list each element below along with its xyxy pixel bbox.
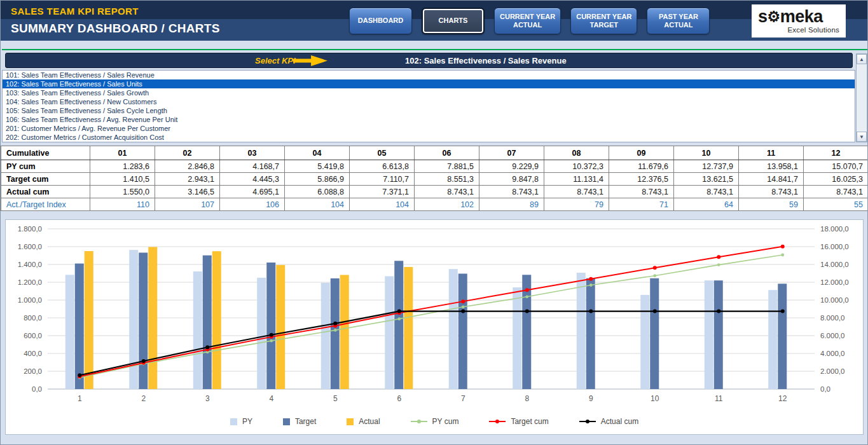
table-cell: 8.743,1 — [415, 186, 479, 198]
legend-label: Target cum — [511, 417, 548, 426]
table-cell: 14.841,7 — [739, 173, 804, 186]
svg-text:2: 2 — [141, 394, 146, 403]
column-header: 12 — [804, 146, 868, 160]
nav-button-charts[interactable]: CHARTS — [422, 8, 485, 34]
nav-button-current-year-actual[interactable]: CURRENT YEAR ACTUAL — [494, 8, 561, 34]
svg-text:12.000,0: 12.000,0 — [820, 278, 849, 286]
kpi-option[interactable]: 105: Sales Team Effectiveness / Sales Cy… — [3, 106, 855, 115]
table-row: Actual cum1.550,03.146,54.695,16.088,87.… — [1, 186, 868, 198]
svg-text:1.800,0: 1.800,0 — [18, 225, 42, 233]
table-cell: 9.229,9 — [479, 160, 544, 173]
svg-text:1.600,0: 1.600,0 — [18, 243, 42, 250]
table-cell: 9.847,8 — [479, 173, 544, 186]
table-cell: 79 — [544, 198, 609, 211]
arrow-right-icon — [293, 55, 327, 66]
table-cell: 55 — [804, 198, 868, 211]
nav-button-past-year-actual[interactable]: PAST YEAR ACTUAL — [647, 8, 710, 34]
scroll-up-button[interactable]: ▲ — [857, 54, 867, 64]
legend-line-marker — [579, 421, 596, 422]
svg-text:10: 10 — [651, 394, 659, 403]
svg-text:800,0: 800,0 — [24, 314, 42, 322]
column-header: 02 — [155, 146, 220, 160]
column-header: 01 — [90, 146, 155, 160]
svg-text:9: 9 — [589, 394, 593, 403]
nav-button-current-year-target[interactable]: CURRENT YEAR TARGET — [570, 8, 637, 34]
scroll-down-button[interactable]: ▼ — [857, 132, 867, 142]
table-cell: 13.958,1 — [739, 160, 804, 173]
kpi-option[interactable]: 101: Sales Team Effectiveness / Sales Re… — [3, 71, 855, 79]
svg-text:10.000,0: 10.000,0 — [820, 296, 849, 304]
listbox-scrollbar: ▲ ▼ — [856, 53, 867, 142]
svg-text:16.000,0: 16.000,0 — [820, 243, 849, 250]
table-cell: 11.131,4 — [544, 173, 609, 186]
legend-item-target: Target — [283, 417, 316, 426]
header: SALES TEAM KPI REPORT SUMMARY DASHBOARD … — [1, 1, 867, 41]
column-header: 08 — [544, 146, 609, 160]
table-cell: 2.943,1 — [155, 173, 220, 186]
svg-text:600,0: 600,0 — [24, 332, 42, 339]
table-cell: 8.743,1 — [544, 186, 609, 198]
svg-text:14.000,0: 14.000,0 — [820, 261, 849, 268]
legend-swatch — [230, 418, 237, 425]
kpi-option[interactable]: 103: Sales Team Effectiveness / Sales Gr… — [3, 88, 855, 97]
scroll-track[interactable] — [857, 64, 867, 132]
svg-text:5: 5 — [333, 394, 338, 403]
kpi-option[interactable]: 102: Sales Team Effectiveness / Sales Un… — [3, 79, 855, 88]
legend-label: PY cum — [432, 417, 459, 426]
table-cell: 110 — [90, 198, 155, 211]
legend-swatch — [283, 418, 290, 425]
page: SALES TEAM KPI REPORT SUMMARY DASHBOARD … — [0, 0, 868, 445]
svg-text:200,0: 200,0 — [24, 367, 42, 375]
kpi-option[interactable]: 104: Sales Team Effectiveness / New Cust… — [3, 97, 855, 106]
svg-text:12: 12 — [778, 394, 787, 403]
logo-brand: s⚙meka — [758, 8, 839, 25]
legend-item-py-cum: PY cum — [411, 417, 459, 426]
column-header: 10 — [674, 146, 739, 160]
svg-text:1: 1 — [78, 394, 82, 403]
kpi-listbox: 101: Sales Team Effectiveness / Sales Re… — [2, 70, 855, 142]
table-cell: 7.881,5 — [415, 160, 479, 173]
chart-legend: PYTargetActualPY cumTarget cumActual cum — [6, 410, 863, 433]
legend-item-actual: Actual — [347, 417, 380, 426]
kpi-option[interactable]: 202: Customer Metrics / Customer Acquisi… — [3, 133, 855, 142]
nav-tabs: DASHBOARDCHARTSCURRENT YEAR ACTUALCURREN… — [349, 7, 710, 35]
table-cell: 16.025,3 — [804, 173, 868, 186]
svg-text:7: 7 — [461, 394, 465, 403]
nav-button-dashboard[interactable]: DASHBOARD — [349, 8, 412, 34]
report-title: SALES TEAM KPI REPORT — [11, 6, 139, 17]
table-cell: 13.621,5 — [674, 173, 739, 186]
table-cell: 12.376,5 — [609, 173, 674, 186]
legend-item-actual-cum: Actual cum — [579, 417, 638, 426]
column-header: 06 — [415, 146, 479, 160]
table-cell: 104 — [285, 198, 350, 211]
kpi-option[interactable]: 106: Sales Team Effectiveness / Avg. Rev… — [3, 115, 855, 124]
table-cell: 104 — [350, 198, 415, 211]
legend-item-py: PY — [230, 417, 252, 426]
svg-text:3: 3 — [205, 394, 210, 403]
table-corner-header: Cumulative — [1, 146, 90, 160]
svg-text:11: 11 — [715, 394, 723, 403]
table-cell: 59 — [739, 198, 804, 211]
column-header: 09 — [609, 146, 674, 160]
table-cell: 8.743,1 — [479, 186, 544, 198]
table-cell: 6.613,8 — [350, 160, 415, 173]
table-cell: 8.551,3 — [415, 173, 479, 186]
table-cell: 71 — [609, 198, 674, 211]
table-cell: 6.088,8 — [285, 186, 350, 198]
table-cell: 15.070,7 — [804, 160, 868, 173]
column-header: 04 — [285, 146, 350, 160]
table-cell: 11.679,6 — [609, 160, 674, 173]
table-row: Act./Target Index11010710610410410289797… — [1, 198, 868, 211]
table-cell: 64 — [674, 198, 739, 211]
logo-tagline: Excel Solutions — [787, 26, 839, 34]
table-cell: 5.419,8 — [285, 160, 350, 173]
legend-label: Actual cum — [601, 417, 638, 426]
kpi-combo-chart: 0,00,0200,02.000,0400,04.000,0600,06.000… — [6, 220, 863, 411]
column-header: 11 — [739, 146, 804, 160]
table-cell: 7.371,1 — [350, 186, 415, 198]
table-cell: 4.168,7 — [220, 160, 285, 173]
kpi-option[interactable]: 201: Customer Metrics / Avg. Revenue Per… — [3, 124, 855, 133]
table-cell: 106 — [220, 198, 285, 211]
svg-text:2.000,0: 2.000,0 — [820, 367, 844, 375]
svg-text:0,0: 0,0 — [820, 385, 830, 393]
